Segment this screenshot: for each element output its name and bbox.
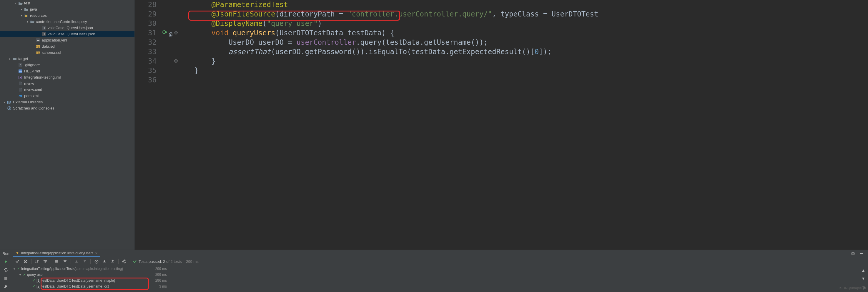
next-failed-button[interactable] — [81, 258, 89, 265]
svg-text:SQL: SQL — [36, 52, 40, 54]
sql-file-icon: SQL — [35, 50, 41, 55]
rerun-button[interactable] — [2, 258, 10, 265]
tree-item-label: resources — [30, 13, 47, 18]
test-output[interactable] — [169, 266, 858, 292]
svg-text:{}: {} — [42, 27, 45, 29]
run-gutter — [0, 257, 12, 292]
svg-point-6 — [37, 40, 38, 41]
code-line[interactable]: UserDO userDO = userController.query(tes… — [178, 38, 868, 47]
code-line[interactable]: } — [178, 66, 868, 75]
maven-file-icon: m — [18, 94, 23, 98]
tree-item[interactable]: ▸java — [0, 6, 134, 12]
tree-item[interactable]: ▸External Libraries — [0, 99, 134, 105]
test-tree-row[interactable]: ▾✓IntegrationTestingApplicationTests (co… — [12, 266, 169, 272]
close-tab-icon[interactable]: × — [95, 251, 98, 256]
tree-item-label: External Libraries — [13, 100, 43, 104]
tree-item[interactable]: application.yml — [0, 37, 134, 43]
iml-file-icon — [18, 75, 23, 80]
sort-up-button[interactable] — [41, 258, 49, 265]
tree-item[interactable]: Scratches and Consoles — [0, 105, 134, 111]
yaml-file-icon — [35, 38, 41, 43]
test-label: query user — [27, 272, 44, 277]
chevron-icon[interactable]: ▸ — [20, 8, 24, 11]
editor-code-area[interactable]: @ParameterizedTest @JsonFileSource(direc… — [178, 0, 868, 250]
folder-open-icon — [29, 20, 35, 24]
show-ignored-button[interactable] — [22, 258, 29, 265]
tree-item[interactable]: MDHELP.md — [0, 68, 134, 74]
svg-marker-37 — [862, 269, 865, 272]
run-gutter-icon[interactable] — [162, 29, 168, 35]
check-icon: ✓ — [23, 272, 26, 277]
chevron-icon[interactable]: ▾ — [25, 20, 29, 23]
line-number: 29 — [135, 9, 157, 19]
svg-rect-17 — [20, 77, 21, 78]
prev-failed-button[interactable] — [73, 258, 80, 265]
run-tab-label: IntegrationTestingApplicationTests.query… — [21, 251, 93, 255]
export-button[interactable] — [109, 258, 117, 265]
svg-rect-18 — [7, 101, 8, 104]
line-number: 36 — [135, 75, 157, 85]
stop-button[interactable] — [2, 274, 10, 282]
tree-item-label: controller.userController.query — [36, 20, 87, 24]
code-line[interactable]: } — [178, 57, 868, 66]
collapse-all-button[interactable] — [61, 258, 69, 265]
hide-panel-icon[interactable] — [858, 250, 866, 257]
test-tree[interactable]: ▾✓IntegrationTestingApplicationTests (co… — [12, 266, 169, 292]
editor-gutter: 282930313233343536 — [135, 0, 161, 250]
tree-item[interactable]: ▾controller.userController.query — [0, 19, 134, 25]
chevron-icon[interactable]: ▸ — [8, 57, 12, 60]
libraries-icon — [6, 100, 12, 105]
toggle-auto-button[interactable] — [2, 266, 10, 273]
code-editor[interactable]: 282930313233343536 @ @ParameterizedTest … — [135, 0, 868, 250]
settings-icon[interactable] — [849, 250, 857, 257]
tree-item[interactable]: mvnw — [0, 80, 134, 87]
code-line[interactable]: @ParameterizedTest — [178, 0, 868, 9]
wrench-button[interactable] — [2, 283, 10, 290]
show-passed-button[interactable] — [13, 258, 21, 265]
tree-item[interactable]: {}validCase_QueryUser.json — [0, 25, 134, 31]
svg-text:{}: {} — [42, 33, 45, 36]
chevron-icon[interactable]: ▸ — [2, 100, 6, 104]
svg-text:MD: MD — [19, 70, 22, 72]
tree-item[interactable]: mvnw.cmd — [0, 87, 134, 93]
annotation-gutter-icon: @ — [169, 29, 173, 39]
tree-item[interactable]: ▾test — [0, 0, 134, 6]
check-icon — [133, 259, 137, 263]
up-button[interactable] — [860, 267, 867, 274]
chevron-icon[interactable]: ▾ — [13, 1, 18, 5]
tree-item-label: mvnw.cmd — [24, 87, 42, 92]
check-icon: ✓ — [17, 267, 20, 271]
tree-item-label: application.yml — [42, 38, 67, 42]
import-button[interactable] — [101, 258, 108, 265]
tree-item[interactable]: *.gitignore — [0, 62, 134, 68]
tree-item[interactable]: ▾resources — [0, 12, 134, 19]
down-button[interactable] — [860, 275, 867, 282]
highlight-box — [41, 278, 149, 290]
svg-rect-0 — [25, 15, 27, 17]
svg-rect-20 — [9, 101, 11, 104]
file-icon — [18, 87, 23, 92]
chevron-icon[interactable]: ▾ — [20, 273, 23, 276]
chevron-icon[interactable]: ▾ — [20, 14, 24, 17]
code-line[interactable] — [178, 75, 868, 85]
history-button[interactable] — [92, 258, 100, 265]
test-settings-button[interactable] — [120, 258, 128, 265]
code-line[interactable]: void queryUsers(UserDTOTestData testData… — [178, 28, 868, 38]
tree-item[interactable]: Integration-testing.iml — [0, 74, 134, 80]
tree-item[interactable]: {}validCase_QueryUser1.json — [0, 31, 134, 37]
svg-text:*: * — [20, 64, 21, 66]
tree-item[interactable]: SQLdata.sql — [0, 43, 134, 50]
tree-item[interactable]: SQLschema.sql — [0, 50, 134, 56]
chevron-icon[interactable]: ▾ — [13, 267, 17, 270]
test-label: IntegrationTestingApplicationTests — [21, 267, 74, 271]
run-tab[interactable]: IntegrationTestingApplicationTests.query… — [13, 250, 100, 257]
test-tree-row[interactable]: ▾✓query user299 ms — [12, 272, 169, 278]
check-icon: ✓ — [32, 279, 35, 283]
tree-item-label: Integration-testing.iml — [24, 75, 61, 80]
tree-item[interactable]: mpom.xml — [0, 93, 134, 99]
code-line[interactable]: assertThat(userDO.getPassword()).isEqual… — [178, 47, 868, 57]
markdown-file-icon: MD — [18, 69, 23, 74]
sort-down-button[interactable] — [33, 258, 41, 265]
expand-all-button[interactable] — [53, 258, 61, 265]
tree-item[interactable]: ▸target — [0, 56, 134, 62]
